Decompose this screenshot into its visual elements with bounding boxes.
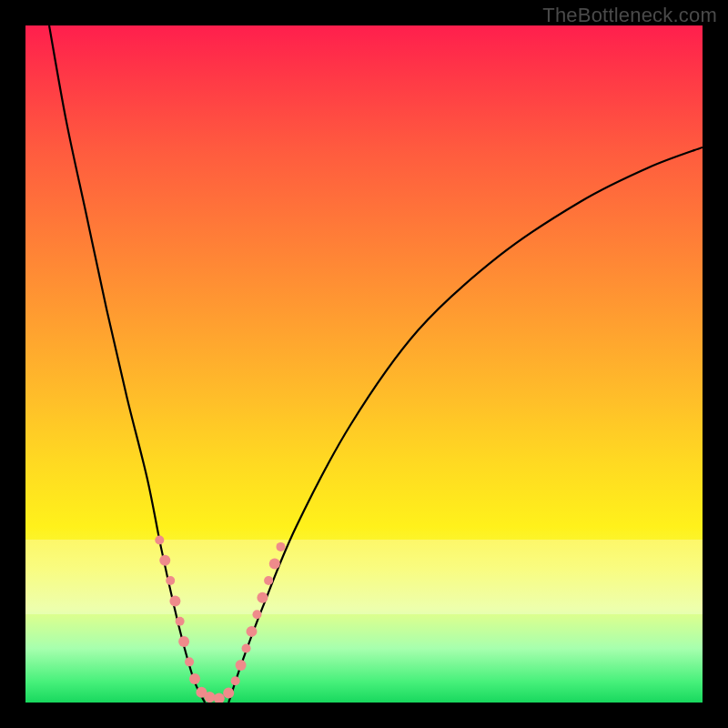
bead <box>242 643 251 652</box>
bead <box>257 592 268 603</box>
right-branch-curve <box>228 147 703 703</box>
plot-area <box>25 25 703 703</box>
bead <box>264 576 273 585</box>
bead <box>214 693 225 703</box>
bead <box>176 617 185 626</box>
bead <box>236 660 247 671</box>
bead <box>178 636 189 647</box>
bead <box>155 535 164 544</box>
bead <box>252 610 261 619</box>
bead <box>276 542 285 551</box>
bead <box>166 576 175 585</box>
bead <box>189 673 200 684</box>
bead <box>231 676 240 685</box>
bead <box>204 692 215 703</box>
bead-cluster <box>155 535 285 703</box>
watermark-text: TheBottleneck.com <box>542 4 717 27</box>
bead <box>185 657 194 666</box>
bead <box>269 558 280 569</box>
left-branch-curve <box>49 25 205 703</box>
bead <box>159 555 170 566</box>
bead <box>169 595 180 606</box>
curve-layer <box>25 25 703 703</box>
bead <box>246 626 257 637</box>
bead <box>223 688 234 699</box>
chart-frame: TheBottleneck.com <box>0 0 728 728</box>
